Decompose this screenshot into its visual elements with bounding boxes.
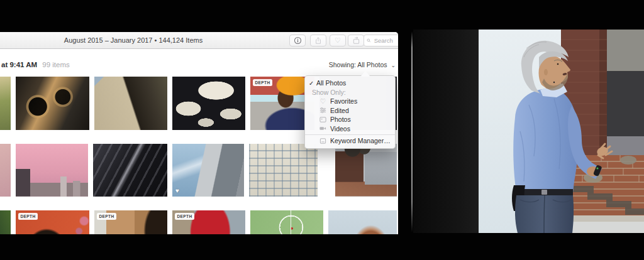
showing-filter-control[interactable]: Showing: All Photos ⌄ [329, 61, 396, 68]
photo-thumbnail[interactable] [172, 77, 245, 130]
menu-item-keyword-manager[interactable]: Keyword Manager… [305, 136, 395, 146]
photo-thumbnail[interactable] [328, 210, 397, 234]
screen-edge-divider [411, 31, 413, 232]
photo-thumbnail[interactable] [0, 210, 11, 234]
photo-thumbnail[interactable] [250, 210, 323, 234]
search-field[interactable] [364, 35, 398, 46]
menu-item-favorites[interactable]: ♡ Favorites [305, 97, 395, 106]
depth-badge: DEPTH [253, 79, 272, 86]
photo-thumbnail[interactable]: DEPTH [172, 210, 245, 234]
photo-thumbnail[interactable] [335, 144, 397, 197]
heart-icon: ♡ [319, 98, 327, 105]
photo-icon [319, 116, 326, 123]
presenter-jeans [515, 195, 574, 233]
presenter-head [521, 41, 570, 94]
menu-section-label: Show Only: [312, 89, 346, 96]
photo-thumbnail[interactable] [0, 144, 11, 197]
menu-item-label: All Photos [316, 79, 346, 87]
photo-thumbnail[interactable] [16, 77, 89, 130]
menu-item-all-photos[interactable]: ✓ All Photos [305, 79, 395, 88]
menu-item-label: Keyword Manager… [330, 137, 391, 144]
video-camera-icon [319, 125, 326, 132]
menu-item-label: Videos [330, 125, 350, 133]
menu-item-edited[interactable]: Edited [305, 106, 395, 116]
projection-screen [479, 30, 644, 233]
favorite-heart-icon: ♥ [175, 188, 179, 194]
menu-section-show-only: Show Only: [305, 88, 395, 97]
filter-dropdown-menu: ✓ All Photos Show Only: ♡ Favorites [304, 75, 396, 149]
share-button[interactable] [310, 35, 326, 46]
chevron-down-icon: ⌄ [391, 62, 396, 68]
search-icon [367, 38, 371, 43]
photo-thumbnail[interactable] [94, 77, 167, 130]
moment-header: at 9:41 AM 99 items [1, 61, 70, 68]
share-icon [314, 36, 322, 45]
heart-icon: ♡ [335, 37, 341, 44]
depth-badge: DEPTH [18, 213, 38, 220]
photo-thumbnail[interactable] [0, 77, 11, 130]
window-toolbar: August 2015 – January 2017 • 144,124 Ite… [0, 32, 398, 49]
keynote-frame: August 2015 – January 2017 • 144,124 Ite… [0, 0, 644, 260]
photo-thumbnail[interactable]: DEPTH [94, 210, 167, 234]
photo-thumbnail[interactable] [16, 144, 88, 197]
photo-thumbnail[interactable]: ♥ [172, 144, 244, 197]
favorite-button[interactable]: ♡ [330, 35, 346, 46]
menu-item-label: Edited [330, 107, 349, 114]
lavalier-mic [553, 82, 555, 83]
menu-caret [361, 71, 370, 76]
depth-badge: DEPTH [97, 213, 116, 220]
photos-app-window: August 2015 – January 2017 • 144,124 Ite… [0, 32, 398, 234]
moment-item-count: 99 items [42, 61, 69, 68]
menu-separator [305, 134, 395, 135]
photo-thumbnail[interactable] [249, 144, 318, 197]
window-title: August 2015 – January 2017 • 144,124 Ite… [64, 36, 203, 44]
showing-filter-label: Showing: All Photos [329, 61, 387, 68]
sliders-icon [319, 107, 326, 114]
moment-time-label: at 9:41 AM [1, 61, 37, 68]
rotate-icon [352, 36, 360, 45]
checkmark-icon: ✓ [309, 80, 316, 87]
search-input[interactable] [373, 36, 398, 45]
info-button[interactable] [289, 35, 306, 46]
presenter-shirt [513, 87, 578, 193]
keyword-icon [319, 138, 326, 144]
menu-item-photos[interactable]: Photos [305, 115, 395, 124]
depth-badge: DEPTH [175, 213, 194, 220]
menu-item-label: Favorites [330, 97, 357, 105]
stage-backdrop [413, 30, 479, 233]
info-icon [294, 36, 302, 45]
photo-thumbnail[interactable]: DEPTH [16, 210, 89, 234]
photo-thumbnail[interactable] [93, 144, 167, 197]
rotate-button[interactable] [348, 35, 364, 46]
menu-item-videos[interactable]: Videos [305, 124, 395, 134]
menu-item-label: Photos [330, 116, 351, 123]
